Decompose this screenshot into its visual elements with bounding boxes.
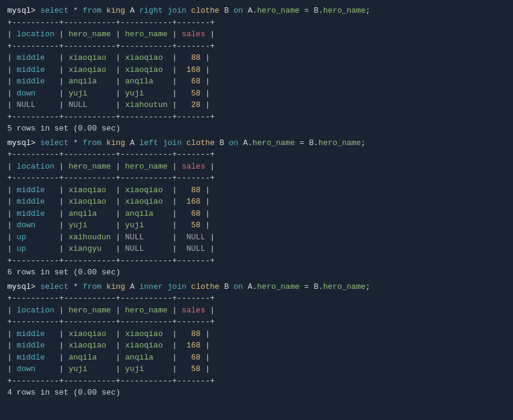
table-separator: +----------+-----------+-----------+----… (7, 292, 506, 305)
result-info: 4 rows in set (0.00 sec) (7, 387, 506, 399)
table-row: | middle | anqila | anqila | 68 | (7, 208, 506, 220)
table-separator: +----------+-----------+-----------+----… (7, 17, 506, 29)
table-row: | up | xiangyu | NULL | NULL | (7, 243, 506, 255)
query-line: mysql> select * from king A left join cl… (7, 137, 506, 149)
result-info: 6 rows in set (0.00 sec) (7, 267, 506, 279)
table-row: | middle | xiaoqiao | xiaoqiao | 88 | (7, 52, 506, 64)
table-row: | down | yuji | yuji | 58 | (7, 363, 506, 375)
query-block-1: mysql> select * from king A right join c… (7, 5, 506, 135)
table-row: | up | xaihoudun | NULL | NULL | (7, 231, 506, 244)
table-footer: +----------+-----------+-----------+----… (7, 111, 506, 123)
table-footer: +----------+-----------+-----------+----… (7, 255, 506, 267)
table-row: | middle | anqila | anqila | 68 | (7, 352, 506, 364)
query-block-2: mysql> select * from king A left join cl… (7, 137, 506, 279)
terminal: mysql> select * from king A right join c… (7, 5, 506, 399)
table-row: | middle | anqila | anqila | 68 | (7, 76, 506, 88)
table-row: | middle | xiaoqiao | xiaoqiao | 168 | (7, 340, 506, 352)
result-info: 5 rows in set (0.00 sec) (7, 123, 506, 135)
table-row: | middle | xiaoqiao | xiaoqiao | 88 | (7, 184, 506, 196)
table-row: | middle | xiaoqiao | xiaoqiao | 168 | (7, 196, 506, 208)
query-line: mysql> select * from king A inner join c… (7, 281, 506, 293)
table-row: | middle | xiaoqiao | xiaoqiao | 88 | (7, 328, 506, 340)
query-block-3: mysql> select * from king A inner join c… (7, 281, 506, 399)
table-header: | location | hero_name | hero_name | sal… (7, 305, 506, 317)
table-row: | middle | xiaoqiao | xiaoqiao | 168 | (7, 64, 506, 76)
table-separator: +----------+-----------+-----------+----… (7, 149, 506, 161)
table-row: | down | yuji | yuji | 58 | (7, 219, 506, 231)
query-line: mysql> select * from king A right join c… (7, 5, 506, 17)
table-row: | NULL | NULL | xiahoutun | 28 | (7, 99, 506, 111)
table-header: | location | hero_name | hero_name | sal… (7, 161, 506, 173)
table-divider: +----------+-----------+-----------+----… (7, 172, 506, 184)
table-header: | location | hero_name | hero_name | sal… (7, 28, 506, 40)
table-divider: +----------+-----------+-----------+----… (7, 316, 506, 328)
table-row: | down | yuji | yuji | 58 | (7, 88, 506, 100)
table-divider: +----------+-----------+-----------+----… (7, 40, 506, 53)
table-footer: +----------+-----------+-----------+----… (7, 375, 506, 387)
